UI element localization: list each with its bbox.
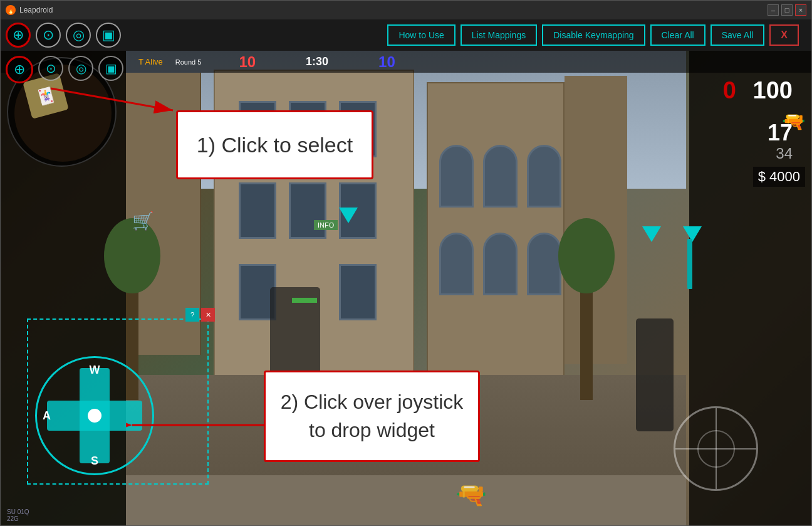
joystick-widget[interactable]: W A S	[35, 356, 154, 475]
joystick-a-label: A	[43, 409, 51, 423]
hud-ammo-reserve-value: 34	[776, 145, 793, 162]
window-5	[289, 182, 326, 239]
tool-icons-game: ⊕ ⊙ ◎ ▣	[6, 56, 123, 83]
joystick-close-button[interactable]: ✕	[201, 308, 215, 322]
timer-label: 1:30	[306, 55, 328, 68]
score-blue: 10	[378, 53, 395, 71]
maximize-button[interactable]: □	[781, 4, 793, 16]
status-bar-bottom-left: SU 01Q22G	[7, 508, 29, 522]
joystick-controls: ? ✕	[185, 308, 215, 322]
title-bar-left: 🔥 Leapdroid	[6, 5, 53, 15]
tool-crosshair[interactable]: ⊙	[36, 23, 61, 48]
title-bar: 🔥 Leapdroid – □ ×	[1, 1, 811, 19]
main-content: T Alive Round 5 10 1:30 10 100 0 17 34 $…	[1, 51, 811, 525]
clear-all-button[interactable]: Clear All	[650, 24, 705, 46]
tooltip-1: 1) Click to select	[176, 110, 373, 179]
tool-circle[interactable]: ◎	[66, 23, 91, 48]
joystick-help-button[interactable]: ?	[185, 308, 199, 322]
minimize-button[interactable]: –	[768, 4, 779, 16]
tooltip-2-text: 2) Click over joystick to drop widget	[278, 388, 466, 444]
hud-kills-value: 0	[723, 77, 736, 104]
save-all-button[interactable]: Save All	[710, 24, 765, 46]
joystick-s-label: S	[91, 455, 98, 468]
info-arrow-1	[339, 208, 358, 223]
toolbar-buttons: How to Use List Mappings Disable Keymapp…	[387, 24, 799, 46]
how-to-use-button[interactable]: How to Use	[387, 24, 455, 46]
scope-v-line	[716, 408, 717, 489]
arch-2	[483, 145, 518, 208]
disable-keymapping-button[interactable]: Disable Keymapping	[542, 24, 645, 46]
aim-reticle	[292, 298, 317, 303]
sidewalk	[126, 475, 686, 525]
enemy-character	[636, 318, 674, 431]
game-background: T Alive Round 5 10 1:30 10 100 0 17 34 $…	[1, 51, 811, 525]
bullet-icon: 🔫	[782, 110, 805, 132]
joystick-w-label: W	[90, 364, 100, 377]
app-icon: 🔥	[6, 5, 16, 15]
tooltip-1-text: 1) Click to select	[190, 131, 359, 159]
score-red: 10	[239, 53, 256, 71]
info-arrow-3	[683, 226, 702, 242]
tree-right	[580, 275, 593, 400]
tree-right-top	[558, 218, 615, 293]
window-4	[239, 182, 276, 239]
list-mappings-button[interactable]: List Mappings	[461, 24, 537, 46]
arch-4	[439, 233, 474, 295]
tooltip-2: 2) Click over joystick to drop widget	[264, 371, 480, 462]
t-alive-label: T Alive	[138, 57, 163, 66]
round-label: Round 5	[175, 58, 202, 66]
info-arrow-2	[642, 226, 661, 242]
hud-health-value: 100	[753, 77, 793, 104]
hud-money-value: $ 4000	[753, 167, 805, 187]
arch-1	[439, 145, 474, 208]
pistol-display: 🔫	[455, 480, 487, 510]
square-tool-icon[interactable]: ▣	[98, 56, 123, 81]
circle-tool-icon[interactable]: ◎	[68, 56, 93, 81]
arch-5	[483, 233, 518, 295]
toolbar: ⊕ ⊙ ◎ ▣ How to Use List Mappings Disable…	[1, 19, 811, 51]
app-title: Leapdroid	[19, 6, 53, 14]
info-badge: INFO	[314, 220, 338, 230]
selected-tool-icon[interactable]: ⊕	[6, 56, 33, 83]
tool-crosshair-plus[interactable]: ⊕	[6, 23, 31, 48]
scope-overlay	[674, 406, 758, 491]
arch-6	[527, 233, 561, 295]
crosshair-tool-icon[interactable]: ⊙	[38, 56, 63, 81]
toolbar-close-button[interactable]: X	[769, 24, 799, 46]
tool-icons-toolbar: ⊕ ⊙ ◎ ▣	[6, 23, 121, 48]
window-8	[339, 264, 377, 320]
window-controls: – □ ×	[768, 4, 806, 16]
tool-square[interactable]: ▣	[96, 23, 121, 48]
arch-3	[527, 145, 561, 208]
joystick-center	[88, 409, 102, 423]
vert-bar-2	[687, 239, 692, 289]
app-window: 🔥 Leapdroid – □ × ⊕ ⊙ ◎ ▣ How to Use Lis…	[0, 0, 812, 526]
window-close-button[interactable]: ×	[795, 4, 806, 16]
cart-icon: 🛒	[132, 211, 154, 231]
